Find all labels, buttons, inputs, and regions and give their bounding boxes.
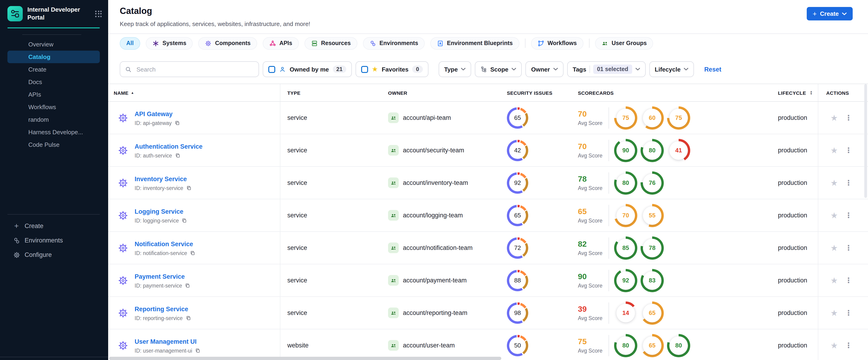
row-menu-icon[interactable]: ⋮ [845, 211, 852, 220]
row-menu-icon[interactable]: ⋮ [845, 308, 852, 317]
row-menu-icon[interactable]: ⋮ [845, 276, 852, 285]
brand-block[interactable]: Internal Developer Portal [0, 0, 108, 27]
entity-name-link[interactable]: Payment Service [134, 273, 185, 280]
favorite-star-icon[interactable]: ★ [830, 145, 838, 155]
favorite-star-icon[interactable]: ★ [830, 113, 838, 123]
tab-apis[interactable]: APIs [263, 37, 299, 50]
table-row[interactable]: Reporting Service ID: reporting-service … [108, 297, 868, 329]
row-menu-icon[interactable]: ⋮ [845, 178, 852, 187]
favorites-checkbox[interactable] [361, 66, 368, 73]
type-dropdown[interactable]: Type [439, 61, 471, 77]
favorite-star-icon[interactable]: ★ [830, 210, 838, 220]
avg-score-label: Avg Score [578, 153, 609, 158]
plus-icon: + [12, 221, 21, 231]
sidebar-item-create[interactable]: +Create [0, 219, 108, 233]
sidebar-item-apis[interactable]: APIs [7, 89, 100, 101]
sidebar-item-label: Environments [25, 237, 63, 244]
entity-owner: account/security-team [403, 147, 464, 154]
scorecard-divider [609, 140, 609, 161]
tab-workflows[interactable]: Workflows [531, 37, 583, 50]
app-switcher-icon[interactable] [95, 11, 102, 17]
favorites-count: 0 [412, 65, 423, 73]
copy-icon[interactable] [185, 316, 191, 321]
entity-id: ID: auth-service [134, 153, 203, 158]
favorite-star-icon[interactable]: ★ [830, 178, 838, 188]
entity-name-link[interactable]: Authentication Service [134, 143, 203, 150]
row-menu-icon[interactable]: ⋮ [845, 113, 852, 122]
lifecycle-dropdown[interactable]: Lifecycle [649, 61, 694, 77]
sidebar-item-workflows[interactable]: Workflows [7, 101, 100, 114]
tab-components[interactable]: Components [198, 37, 257, 50]
horizontal-scrollbar-thumb[interactable] [109, 357, 501, 360]
entity-gear-icon [118, 275, 129, 286]
scorecard-divider [609, 335, 609, 356]
column-header-scorecards: SCORECARDS [569, 84, 767, 101]
sidebar-item-overview[interactable]: Overview [7, 38, 100, 51]
tab-systems[interactable]: Systems [146, 37, 193, 50]
entity-name-link[interactable]: Logging Service [134, 208, 183, 215]
table-row[interactable]: User Management UI ID: user-management-u… [108, 329, 868, 360]
scorecard-ring: 76 [641, 171, 664, 194]
row-menu-icon[interactable]: ⋮ [845, 243, 852, 252]
favorite-star-icon[interactable]: ★ [830, 340, 838, 351]
tags-dropdown[interactable]: Tags 01 selected [567, 61, 645, 77]
entity-name-link[interactable]: API Gateway [134, 111, 173, 118]
copy-icon[interactable] [175, 153, 180, 158]
entity-name-link[interactable]: Notification Service [134, 241, 193, 248]
sidebar-item-docs[interactable]: Docs [7, 76, 100, 89]
sort-both-icon: ▲▼ [810, 90, 812, 95]
copy-icon[interactable] [186, 185, 192, 191]
scorecard-ring: 65 [641, 301, 664, 325]
tab-group-divider [525, 38, 525, 48]
column-header-lifecycle[interactable]: LIFECYCLE ▲▼ [767, 84, 818, 101]
column-header-name[interactable]: NAME ▲ [108, 84, 280, 101]
favorites-filter[interactable]: ★ Favorites 0 [355, 61, 428, 77]
table-row[interactable]: Inventory Service ID: inventory-service … [108, 167, 868, 199]
tab-all[interactable]: All [120, 37, 140, 50]
copy-icon[interactable] [175, 120, 180, 126]
scope-dropdown[interactable]: Scope [475, 61, 522, 77]
sidebar-item-harness-develope-[interactable]: Harness Develope... [7, 126, 100, 139]
row-menu-icon[interactable]: ⋮ [845, 146, 852, 155]
copy-icon[interactable] [195, 348, 200, 354]
sidebar-item-code-pulse[interactable]: Code Pulse [7, 139, 100, 151]
entity-name-link[interactable]: Reporting Service [134, 306, 188, 312]
tab-resources[interactable]: Resources [304, 37, 357, 50]
table-row[interactable]: Payment Service ID: payment-service serv… [108, 264, 868, 297]
copy-icon[interactable] [185, 283, 190, 289]
search-box[interactable] [120, 61, 259, 77]
search-input[interactable] [135, 65, 254, 73]
entity-name-link[interactable]: User Management UI [134, 338, 196, 345]
entity-name-link[interactable]: Inventory Service [134, 176, 187, 183]
avg-score-value: 75 [578, 337, 609, 347]
sidebar-item-configure[interactable]: Configure [0, 248, 108, 262]
avg-score-label: Avg Score [578, 185, 609, 191]
create-button[interactable]: + Create [807, 7, 853, 21]
table-row[interactable]: API Gateway ID: api-gateway service acco… [108, 102, 868, 134]
owned-by-me-filter[interactable]: Owned by me 21 [263, 61, 352, 77]
tab-environments[interactable]: Environments [363, 37, 425, 50]
copy-icon[interactable] [190, 250, 195, 256]
entity-type: service [280, 167, 381, 199]
table-row[interactable]: Authentication Service ID: auth-service … [108, 134, 868, 167]
sidebar-item-environments[interactable]: Environments [0, 233, 108, 248]
tab-user-groups[interactable]: User Groups [595, 37, 653, 50]
avg-score-label: Avg Score [578, 316, 609, 321]
owner-dropdown[interactable]: Owner [526, 61, 563, 77]
reset-filters-link[interactable]: Reset [704, 66, 721, 73]
table-row[interactable]: Notification Service ID: notification-se… [108, 232, 868, 264]
owned-by-me-checkbox[interactable] [268, 66, 275, 73]
row-menu-icon[interactable]: ⋮ [845, 341, 852, 350]
column-header-security: SECURITY ISSUES [499, 84, 569, 101]
tab-environment-blueprints[interactable]: Environment Blueprints [430, 37, 519, 50]
sidebar-item-random[interactable]: random [7, 114, 100, 126]
favorite-star-icon[interactable]: ★ [830, 308, 838, 318]
vertical-scrollbar-thumb[interactable] [864, 84, 867, 198]
favorite-star-icon[interactable]: ★ [830, 243, 838, 253]
sidebar-item-create[interactable]: Create [7, 63, 100, 76]
table-row[interactable]: Logging Service ID: logging-service serv… [108, 199, 868, 232]
favorite-star-icon[interactable]: ★ [830, 275, 838, 286]
scorecard-rings: 806580 [614, 334, 690, 357]
copy-icon[interactable] [182, 218, 187, 223]
sidebar-item-catalog[interactable]: Catalog [7, 51, 100, 63]
